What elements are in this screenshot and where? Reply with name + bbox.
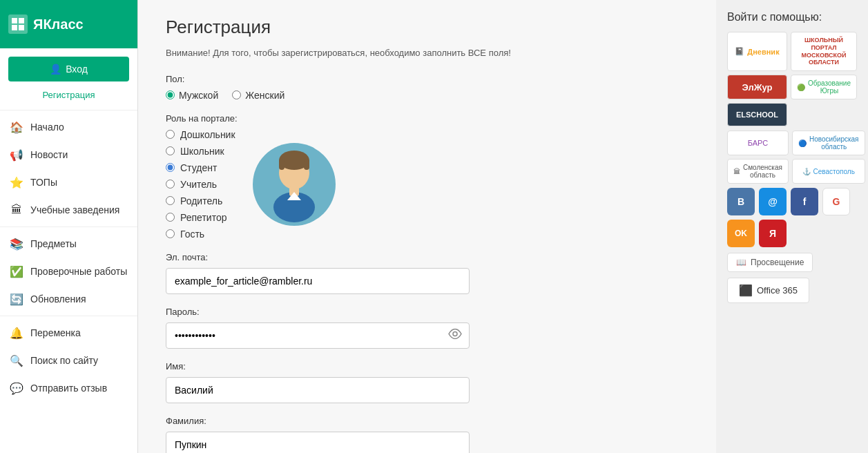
right-panel: Войти с помощью: 📓 Дневник ШКОЛЬНЫЙ ПОРТ… bbox=[716, 0, 868, 453]
odnoklassniki-button[interactable]: OK bbox=[727, 220, 755, 247]
role-parent-radio[interactable] bbox=[166, 196, 175, 205]
svg-rect-1 bbox=[19, 18, 24, 23]
services-grid: 📓 Дневник ШКОЛЬНЫЙ ПОРТАЛ МОСКОВСКОЙ ОБЛ… bbox=[727, 32, 857, 126]
mail-button[interactable]: @ bbox=[759, 188, 787, 215]
sevastopol-icon: ⚓ bbox=[802, 168, 811, 175]
gender-male-radio[interactable] bbox=[166, 90, 175, 99]
role-teacher-label: Учитель bbox=[180, 179, 217, 190]
gender-label: Пол: bbox=[166, 74, 688, 84]
facebook-icon: f bbox=[803, 196, 807, 207]
office365-button[interactable]: ⬛ Office 365 bbox=[727, 278, 809, 303]
yandex-icon: Я bbox=[769, 228, 776, 239]
surname-input[interactable] bbox=[166, 432, 470, 454]
yugra-button[interactable]: 🟢 Образование Югры bbox=[791, 75, 857, 99]
sidebar-item-break[interactable]: 🔔 Переменка bbox=[0, 319, 137, 347]
password-input[interactable] bbox=[166, 322, 470, 349]
role-pupil-radio[interactable] bbox=[166, 146, 175, 155]
name-section: Имя: bbox=[166, 361, 688, 403]
gender-female-option[interactable]: Женский bbox=[232, 90, 284, 101]
office365-label: Office 365 bbox=[757, 285, 798, 296]
sidebar-item-search[interactable]: 🔍 Поиск по сайту bbox=[0, 347, 137, 374]
page-title: Регистрация bbox=[166, 17, 688, 38]
novosibirsk-label: Новосибирская область bbox=[809, 135, 859, 151]
school-icon: 🏛 bbox=[10, 203, 23, 217]
update-icon: 🔄 bbox=[10, 292, 23, 306]
mosportal-button[interactable]: ШКОЛЬНЫЙ ПОРТАЛ МОСКОВСКОЙ ОБЛАСТИ bbox=[791, 32, 857, 71]
sevastopol-label: Севастополь bbox=[813, 168, 855, 175]
sidebar-item-updates[interactable]: 🔄 Обновления bbox=[0, 285, 137, 313]
email-input[interactable] bbox=[166, 268, 470, 294]
smolensk-label: Смоленская область bbox=[743, 164, 782, 179]
book-icon: 📚 bbox=[10, 237, 23, 251]
sidebar-item-feedback[interactable]: 💬 Отправить отзыв bbox=[0, 374, 137, 402]
sidebar-item-news[interactable]: 📢 Новости bbox=[0, 141, 137, 168]
sidebar-item-label: Учебные заведения bbox=[30, 204, 119, 215]
elzhur-button[interactable]: ЭлЖур bbox=[727, 75, 787, 99]
logo-icon bbox=[8, 15, 28, 34]
sidebar-item-schools[interactable]: 🏛 Учебные заведения bbox=[0, 196, 137, 224]
sidebar-item-label: Начало bbox=[30, 122, 64, 133]
prosveshenie-button[interactable]: 📖 Просвещение bbox=[727, 253, 813, 272]
bell-icon: 🔔 bbox=[10, 326, 23, 340]
avatar bbox=[253, 143, 336, 226]
role-student-label: Студент bbox=[180, 162, 217, 173]
gender-male-option[interactable]: Мужской bbox=[166, 90, 218, 101]
role-preschooler[interactable]: Дошкольник bbox=[166, 129, 235, 140]
role-student-radio[interactable] bbox=[166, 163, 175, 172]
sidebar-item-subjects[interactable]: 📚 Предметы bbox=[0, 230, 137, 258]
social-icons-row: В @ f G OK Я bbox=[727, 188, 857, 247]
google-icon: G bbox=[833, 196, 840, 207]
role-pupil[interactable]: Школьник bbox=[166, 146, 235, 157]
sidebar-item-tests[interactable]: ✅ Проверочные работы bbox=[0, 258, 137, 285]
name-label: Имя: bbox=[166, 361, 688, 372]
yandex-button[interactable]: Я bbox=[759, 220, 787, 247]
elschool-button[interactable]: ELSCHOOL bbox=[727, 103, 787, 126]
gender-female-radio[interactable] bbox=[232, 90, 241, 99]
surname-label: Фамилия: bbox=[166, 416, 688, 426]
login-with-title: Войти с помощью: bbox=[727, 11, 857, 23]
role-teacher-radio[interactable] bbox=[166, 180, 175, 189]
chat-icon: 💬 bbox=[10, 381, 23, 395]
sevastopol-button[interactable]: ⚓ Севастополь bbox=[792, 159, 865, 184]
prosveshenie-label: Просвещение bbox=[751, 258, 804, 267]
gender-male-label: Мужской bbox=[179, 90, 218, 101]
login-button[interactable]: 👤 Вход bbox=[8, 57, 129, 81]
dnevnik-label: Дневник bbox=[747, 48, 779, 56]
vk-button[interactable]: В bbox=[727, 188, 755, 215]
novosibirsk-icon: 🔵 bbox=[798, 139, 807, 147]
prosveshenie-icon: 📖 bbox=[736, 258, 746, 267]
role-teacher[interactable]: Учитель bbox=[166, 179, 235, 190]
registration-form: Пол: Мужской Женский Роль на портале: bbox=[166, 74, 688, 454]
password-section: Пароль: bbox=[166, 307, 688, 349]
svg-rect-7 bbox=[304, 159, 309, 170]
smolensk-button[interactable]: 🏛 Смоленская область bbox=[727, 159, 789, 184]
eye-icon[interactable] bbox=[447, 328, 463, 343]
sidebar-item-label: Предметы bbox=[30, 238, 77, 249]
role-student[interactable]: Студент bbox=[166, 162, 235, 173]
name-input[interactable] bbox=[166, 377, 470, 403]
register-link[interactable]: Регистрация bbox=[0, 90, 137, 100]
password-label: Пароль: bbox=[166, 307, 688, 317]
sidebar-item-label: Обновления bbox=[30, 293, 86, 305]
bars-button[interactable]: БАРС bbox=[727, 131, 789, 155]
gender-radio-group: Мужской Женский bbox=[166, 90, 688, 101]
role-tutor-label: Репетитор bbox=[180, 212, 226, 223]
gender-female-label: Женский bbox=[245, 90, 284, 101]
sidebar-item-home[interactable]: 🏠 Начало bbox=[0, 113, 137, 141]
role-guest-radio[interactable] bbox=[166, 229, 175, 238]
role-tutor[interactable]: Репетитор bbox=[166, 212, 235, 223]
email-label: Эл. почта: bbox=[166, 252, 688, 262]
role-tutor-radio[interactable] bbox=[166, 213, 175, 222]
svg-rect-0 bbox=[12, 18, 17, 23]
sidebar-item-tops[interactable]: ⭐ ТОПы bbox=[0, 168, 137, 196]
dnevnik-button[interactable]: 📓 Дневник bbox=[727, 32, 787, 71]
novosibirsk-button[interactable]: 🔵 Новосибирская область bbox=[792, 131, 865, 155]
check-icon: ✅ bbox=[10, 264, 23, 278]
role-guest[interactable]: Гость bbox=[166, 229, 235, 240]
facebook-button[interactable]: f bbox=[791, 188, 818, 215]
google-button[interactable]: G bbox=[822, 188, 850, 215]
avatar-area bbox=[249, 129, 339, 240]
sidebar-item-label: ТОПы bbox=[30, 177, 57, 188]
role-preschooler-radio[interactable] bbox=[166, 130, 175, 139]
role-parent[interactable]: Родитель bbox=[166, 195, 235, 206]
